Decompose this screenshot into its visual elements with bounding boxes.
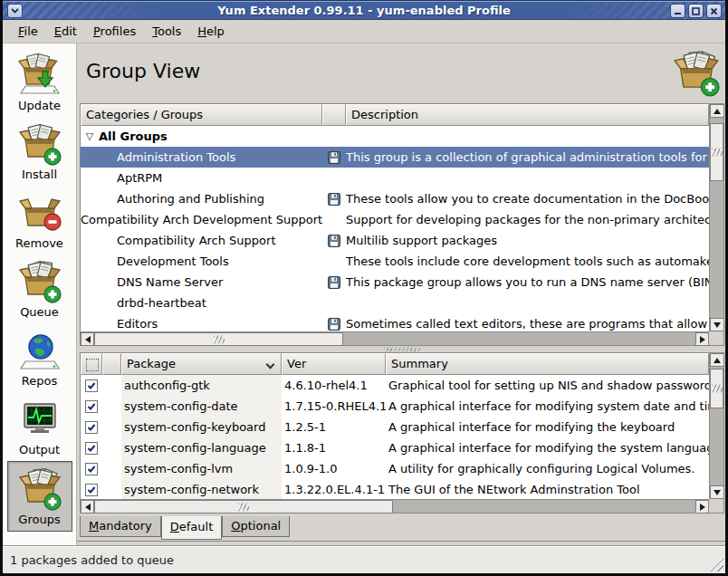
group-row-selected[interactable]: Administration Tools This group is a col…: [81, 147, 709, 168]
checkbox-checked[interactable]: [85, 442, 98, 455]
arrow-right-icon: [700, 504, 705, 511]
sidebar-item-label: Install: [22, 168, 57, 181]
package-horizontal-scrollbar[interactable]: [81, 499, 709, 513]
tree-vertical-scrollbar[interactable]: [709, 104, 723, 331]
minimize-button[interactable]: [670, 4, 685, 18]
sidebar-item-queue[interactable]: Queue: [7, 254, 72, 323]
maximize-button[interactable]: [688, 4, 704, 18]
column-header-categories[interactable]: Categories / Groups: [81, 104, 322, 126]
group-row[interactable]: Compatibility Arch Development Support S…: [81, 209, 709, 230]
arrow-down-icon: [714, 322, 721, 328]
package-row[interactable]: system-config-keyboard 1.2.5-1 A graphic…: [81, 417, 709, 437]
yum-extender-window: Yum Extender 0.99.11 - yum-enabled Profi…: [0, 0, 728, 576]
sidebar-item-install[interactable]: Install: [7, 117, 72, 186]
group-detail-tabs: Mandatory Default Optional: [80, 516, 290, 541]
sidebar-item-repos[interactable]: Repos: [7, 323, 72, 392]
sort-descending-icon: [266, 360, 275, 370]
scroll-thumb[interactable]: [710, 369, 723, 408]
resize-grip-icon[interactable]: [710, 558, 723, 571]
column-header-icon[interactable]: [322, 104, 346, 126]
group-tree-panel: Categories / Groups Description ▽All Gro…: [80, 103, 724, 346]
sidebar-item-label: Groups: [18, 513, 60, 526]
scroll-down-button[interactable]: [710, 318, 724, 331]
column-header-description[interactable]: Description: [346, 104, 709, 126]
menu-file[interactable]: File: [10, 22, 46, 41]
queue-box-icon: [18, 260, 62, 303]
check-icon: [87, 444, 96, 453]
group-row[interactable]: Editors Sometimes called text editors, t…: [81, 313, 709, 331]
content-area: Group View Categories / Groups Descripti…: [77, 43, 725, 545]
focus-rect: [86, 359, 99, 371]
remove-box-icon: [18, 191, 62, 235]
arrow-down-icon: [714, 490, 721, 495]
chevron-down-icon: [11, 8, 19, 14]
menu-edit[interactable]: Edit: [46, 22, 85, 41]
sidebar-item-label: Output: [19, 443, 60, 456]
scroll-right-button[interactable]: [695, 332, 709, 346]
group-row[interactable]: Authoring and Publishing These tools all…: [81, 188, 709, 209]
group-row[interactable]: drbd-heartbeat: [81, 293, 709, 313]
column-header-blank[interactable]: [102, 353, 121, 375]
scroll-right-button[interactable]: [695, 500, 709, 514]
notebook-edge: [77, 541, 725, 542]
scroll-thumb[interactable]: [94, 332, 343, 346]
sidebar-item-update[interactable]: Update: [7, 48, 72, 117]
scroll-left-button[interactable]: [81, 500, 94, 514]
window-title: Yum Extender 0.99.11 - yum-enabled Profi…: [3, 1, 725, 21]
package-row[interactable]: authconfig-gtk 4.6.10-rhel4.1 Graphical …: [81, 375, 709, 396]
column-header-summary[interactable]: Summary: [386, 353, 709, 375]
scroll-down-button[interactable]: [710, 485, 724, 499]
check-icon: [87, 423, 96, 432]
close-button[interactable]: [706, 4, 722, 18]
group-row[interactable]: AptRPM: [81, 168, 709, 188]
column-header-checkbox[interactable]: [81, 353, 102, 375]
menu-help[interactable]: Help: [189, 22, 233, 41]
package-row[interactable]: system-config-lvm 1.0.9-1.0 A utility fo…: [81, 458, 709, 479]
scroll-thumb[interactable]: [94, 500, 393, 514]
window-menu-button[interactable]: [7, 4, 23, 18]
tab-optional[interactable]: Optional: [222, 516, 290, 537]
tree-header: Categories / Groups Description: [81, 104, 709, 126]
tree-horizontal-scrollbar[interactable]: [81, 331, 709, 345]
sidebar-item-output[interactable]: Output: [7, 392, 72, 461]
group-row[interactable]: ▽All Groups: [81, 126, 709, 147]
package-vertical-scrollbar[interactable]: [709, 353, 723, 499]
package-row[interactable]: system-config-language 1.1.8-1 A graphic…: [81, 437, 709, 458]
groups-box-icon: [673, 50, 720, 97]
sidebar-item-groups[interactable]: Groups: [7, 461, 72, 532]
statusbar: 1 packages added to queue: [3, 545, 725, 573]
scrollbar-corner: [709, 499, 723, 513]
group-row[interactable]: Development Tools These tools include co…: [81, 251, 709, 272]
titlebar[interactable]: Yum Extender 0.99.11 - yum-enabled Profi…: [3, 0, 725, 20]
scroll-up-button[interactable]: [710, 104, 724, 118]
group-row[interactable]: DNS Name Server This package group allow…: [81, 272, 709, 293]
scroll-thumb[interactable]: [710, 123, 723, 181]
checkbox-checked[interactable]: [85, 484, 98, 496]
group-row[interactable]: Compatibility Arch Support Multilib supp…: [81, 230, 709, 251]
main-area: Update Install Remove Queue: [3, 43, 725, 545]
package-body: authconfig-gtk 4.6.10-rhel4.1 Graphical …: [81, 375, 709, 499]
tab-default[interactable]: Default: [161, 516, 223, 540]
scroll-up-button[interactable]: [710, 353, 724, 367]
column-header-ver[interactable]: Ver: [282, 353, 386, 375]
sidebar-item-remove[interactable]: Remove: [7, 186, 72, 254]
checkbox-checked[interactable]: [85, 463, 98, 475]
column-header-package[interactable]: Package: [121, 353, 282, 375]
menu-tools[interactable]: Tools: [144, 22, 189, 41]
menu-profiles[interactable]: Profiles: [85, 22, 144, 41]
expander-open-icon[interactable]: ▽: [81, 126, 99, 147]
checkbox-checked[interactable]: [85, 421, 98, 434]
tab-mandatory[interactable]: Mandatory: [80, 516, 161, 537]
sidebar-item-label: Remove: [15, 236, 63, 250]
floppy-icon: [328, 318, 340, 331]
checkbox-checked[interactable]: [85, 379, 98, 392]
pane-splitter-handle[interactable]: [80, 346, 724, 352]
checkbox-checked[interactable]: [85, 400, 98, 413]
sidebar-item-label: Repos: [22, 374, 57, 388]
scroll-left-button[interactable]: [81, 332, 94, 346]
package-row[interactable]: system-config-date 1.7.15-0.RHEL4.1 A gr…: [81, 396, 709, 417]
sidebar-item-label: Queue: [20, 305, 59, 319]
update-box-icon: [18, 53, 62, 97]
package-row[interactable]: system-config-network 1.3.22.0.EL.4.1-1 …: [81, 479, 709, 499]
floppy-icon: [328, 151, 340, 164]
